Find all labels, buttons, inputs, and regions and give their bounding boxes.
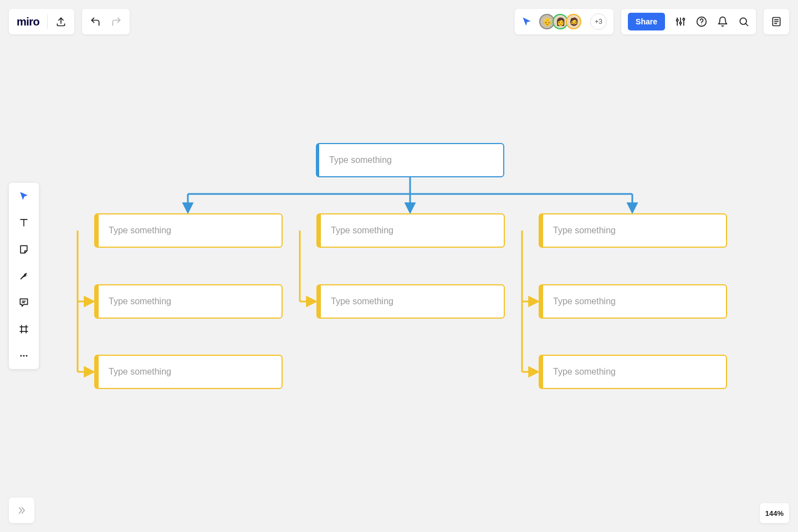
diagram-child-node[interactable]: Type something xyxy=(539,213,727,248)
diagram-child-node[interactable]: Type something xyxy=(94,213,283,248)
arrow-tool-icon[interactable] xyxy=(14,268,33,284)
logo-panel: miro xyxy=(9,9,74,34)
svg-point-6 xyxy=(683,18,684,20)
svg-point-25 xyxy=(21,355,22,357)
avatar-stack[interactable]: 👴👩🧔 xyxy=(539,14,581,29)
diagram-root-node[interactable]: Type something xyxy=(316,143,504,177)
left-toolbar xyxy=(9,183,39,369)
expand-panel-icon[interactable] xyxy=(9,498,34,523)
node-placeholder-text: Type something xyxy=(553,296,616,306)
svg-point-8 xyxy=(701,24,702,24)
avatar[interactable]: 🧔 xyxy=(566,14,581,29)
node-placeholder-text: Type something xyxy=(331,226,393,236)
undo-icon[interactable] xyxy=(90,16,101,27)
undo-redo-panel xyxy=(82,9,130,34)
diagram-child-node[interactable]: Type something xyxy=(94,284,283,319)
top-right-cluster: 👴👩🧔 +3 Share xyxy=(515,9,789,34)
frame-tool-icon[interactable] xyxy=(14,321,33,337)
node-placeholder-text: Type something xyxy=(329,155,392,165)
diagram-child-node[interactable]: Type something xyxy=(539,355,727,389)
svg-point-26 xyxy=(23,355,25,357)
diagram-child-node[interactable]: Type something xyxy=(94,355,283,389)
comment-tool-icon[interactable] xyxy=(14,295,33,310)
redo-icon[interactable] xyxy=(111,16,122,27)
cursor-follow-icon[interactable] xyxy=(521,16,533,27)
sticky-note-tool-icon[interactable] xyxy=(14,242,33,257)
svg-point-27 xyxy=(26,355,28,357)
actions-panel: Share xyxy=(621,9,756,34)
node-placeholder-text: Type something xyxy=(553,367,616,377)
select-tool-icon[interactable] xyxy=(14,188,33,204)
more-tools-icon[interactable] xyxy=(14,348,33,364)
node-placeholder-text: Type something xyxy=(109,367,171,377)
canvas[interactable]: Type somethingType somethingType somethi… xyxy=(0,0,798,532)
diagram-child-node[interactable]: Type something xyxy=(316,284,505,319)
text-tool-icon[interactable] xyxy=(14,215,33,231)
zoom-level[interactable]: 144% xyxy=(760,503,789,523)
top-left-cluster: miro xyxy=(9,9,130,34)
diagram-child-node[interactable]: Type something xyxy=(539,284,727,319)
miro-logo[interactable]: miro xyxy=(17,16,39,28)
more-collaborators-badge[interactable]: +3 xyxy=(590,13,607,30)
diagram-child-node[interactable]: Type something xyxy=(316,213,505,248)
svg-line-10 xyxy=(746,24,748,26)
svg-point-5 xyxy=(679,22,681,24)
help-icon[interactable] xyxy=(696,16,707,27)
node-placeholder-text: Type something xyxy=(553,226,616,236)
connectors-layer xyxy=(0,0,798,532)
divider xyxy=(47,14,48,29)
svg-point-4 xyxy=(677,19,678,21)
notifications-icon[interactable] xyxy=(717,16,728,27)
search-icon[interactable] xyxy=(738,16,749,27)
share-button[interactable]: Share xyxy=(628,13,665,30)
settings-icon[interactable] xyxy=(675,16,686,27)
upload-icon[interactable] xyxy=(55,16,66,27)
node-placeholder-text: Type something xyxy=(109,226,171,236)
node-placeholder-text: Type something xyxy=(109,296,171,306)
collaboration-panel: 👴👩🧔 +3 xyxy=(515,9,613,34)
activity-panel[interactable] xyxy=(764,9,789,34)
node-placeholder-text: Type something xyxy=(331,296,393,306)
